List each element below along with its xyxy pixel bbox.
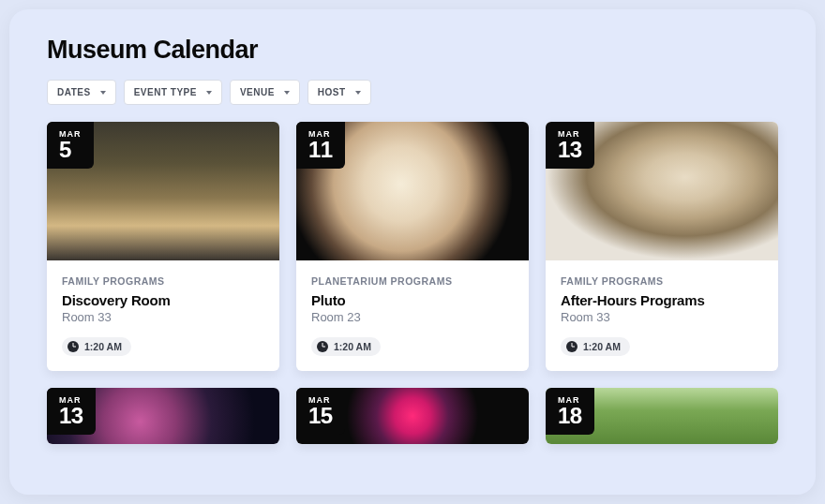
event-category: FAMILY PROGRAMS bbox=[561, 275, 763, 287]
chevron-down-icon bbox=[284, 91, 290, 95]
event-image: MAR 18 bbox=[546, 388, 778, 444]
date-day: 18 bbox=[558, 403, 582, 428]
date-badge: MAR 13 bbox=[47, 388, 96, 435]
event-card[interactable]: MAR 18 bbox=[546, 388, 778, 444]
date-badge: MAR 18 bbox=[546, 388, 594, 435]
event-card[interactable]: MAR 13 FAMILY PROGRAMS After-Hours Progr… bbox=[546, 122, 778, 371]
date-badge: MAR 11 bbox=[296, 122, 345, 169]
chevron-down-icon bbox=[355, 91, 361, 95]
museum-calendar-app: Museum Calendar DATES EVENT TYPE VENUE H… bbox=[9, 9, 816, 495]
event-time-pill: 1:20 AM bbox=[311, 337, 381, 356]
event-image: MAR 13 bbox=[47, 388, 279, 444]
page-title: Museum Calendar bbox=[47, 36, 778, 65]
event-time: 1:20 AM bbox=[583, 341, 621, 352]
filter-bar: DATES EVENT TYPE VENUE HOST bbox=[9, 80, 816, 122]
event-title: After-Hours Programs bbox=[561, 292, 763, 308]
event-card[interactable]: MAR 13 bbox=[47, 388, 279, 444]
filter-event-type[interactable]: EVENT TYPE bbox=[124, 80, 222, 105]
date-day: 5 bbox=[59, 137, 71, 162]
event-card[interactable]: MAR 5 FAMILY PROGRAMS Discovery Room Roo… bbox=[47, 122, 279, 371]
date-badge: MAR 15 bbox=[296, 388, 345, 435]
date-day: 11 bbox=[308, 137, 333, 162]
event-category: PLANETARIUM PROGRAMS bbox=[311, 275, 514, 287]
event-card-body: FAMILY PROGRAMS Discovery Room Room 33 1… bbox=[47, 260, 279, 371]
chevron-down-icon bbox=[100, 91, 106, 95]
filter-dates[interactable]: DATES bbox=[47, 80, 116, 105]
filter-venue[interactable]: VENUE bbox=[230, 80, 300, 105]
filter-host[interactable]: HOST bbox=[308, 80, 371, 105]
event-card-body: FAMILY PROGRAMS After-Hours Programs Roo… bbox=[546, 260, 778, 371]
event-category: FAMILY PROGRAMS bbox=[62, 275, 264, 287]
event-room: Room 33 bbox=[62, 310, 264, 324]
date-badge: MAR 5 bbox=[47, 122, 94, 169]
header: Museum Calendar bbox=[9, 9, 816, 80]
event-time-pill: 1:20 AM bbox=[561, 337, 630, 356]
event-title: Discovery Room bbox=[62, 292, 264, 308]
filter-label: VENUE bbox=[240, 87, 275, 97]
date-badge: MAR 13 bbox=[546, 122, 594, 169]
event-image: MAR 13 bbox=[546, 122, 778, 260]
event-title: Pluto bbox=[311, 292, 514, 308]
clock-icon bbox=[317, 341, 328, 352]
event-image: MAR 11 bbox=[296, 122, 529, 260]
filter-label: DATES bbox=[57, 87, 91, 97]
event-image: MAR 15 bbox=[296, 388, 529, 444]
event-time: 1:20 AM bbox=[334, 341, 371, 352]
event-card-body: PLANETARIUM PROGRAMS Pluto Room 23 1:20 … bbox=[296, 260, 529, 371]
events-grid: MAR 5 FAMILY PROGRAMS Discovery Room Roo… bbox=[9, 122, 816, 444]
date-day: 13 bbox=[558, 137, 582, 162]
filter-label: HOST bbox=[318, 87, 346, 97]
clock-icon bbox=[566, 341, 578, 352]
event-card[interactable]: MAR 15 bbox=[296, 388, 529, 444]
clock-icon bbox=[68, 341, 79, 352]
event-card[interactable]: MAR 11 PLANETARIUM PROGRAMS Pluto Room 2… bbox=[296, 122, 529, 371]
event-room: Room 23 bbox=[311, 310, 514, 324]
event-room: Room 33 bbox=[561, 310, 763, 324]
date-day: 15 bbox=[308, 403, 333, 428]
event-image: MAR 5 bbox=[47, 122, 279, 260]
filter-label: EVENT TYPE bbox=[134, 87, 197, 97]
event-time-pill: 1:20 AM bbox=[62, 337, 131, 356]
chevron-down-icon bbox=[206, 91, 212, 95]
event-time: 1:20 AM bbox=[84, 341, 122, 352]
date-day: 13 bbox=[59, 403, 83, 428]
